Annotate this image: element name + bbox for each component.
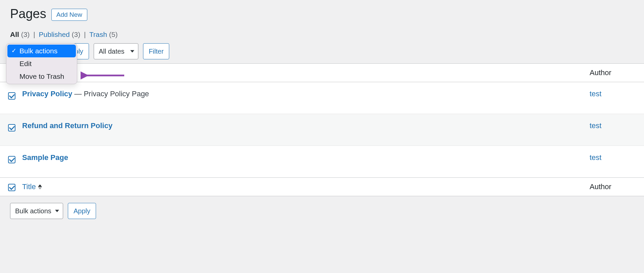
table-row: Sample Page test [0,146,644,178]
bulk-option-bulk-actions[interactable]: Bulk actions [7,45,76,57]
row-title-cell: Refund and Return Policy [16,114,584,146]
author-link[interactable]: test [590,121,601,130]
status-filter-tabs: All (3) | Published (3) | Trash (5) [10,31,634,39]
row-title-cell: Sample Page [16,146,584,178]
column-title-header[interactable]: Title [16,64,584,82]
page-title-link[interactable]: Sample Page [22,153,68,162]
column-author-footer[interactable]: Author [584,178,644,196]
author-link[interactable]: test [590,90,601,98]
select-all-bottom-checkbox[interactable] [8,184,15,191]
filter-button[interactable]: Filter [143,43,169,59]
page-title-link[interactable]: Privacy Policy [22,90,72,98]
row-title-cell: Privacy Policy — Privacy Policy Page [16,82,584,114]
pages-table: Title Author Privacy Policy — Privacy Po… [0,63,644,196]
column-title-footer[interactable]: Title [16,178,584,196]
post-state: — Privacy Policy Page [72,90,149,98]
add-new-button[interactable]: Add New [51,9,87,21]
page-title: Pages [10,7,46,21]
filter-published[interactable]: Published (3) [39,31,83,38]
bulk-option-edit[interactable]: Edit [7,57,76,70]
filter-all[interactable]: All (3) [10,31,32,38]
filter-trash[interactable]: Trash (5) [89,31,118,38]
date-filter-select[interactable]: All dates [94,43,138,59]
apply-bottom-button[interactable]: Apply [68,203,96,219]
table-row: Privacy Policy — Privacy Policy Page tes… [0,82,644,114]
sort-icon [38,184,42,189]
author-link[interactable]: test [590,153,601,162]
column-author-header[interactable]: Author [584,64,644,82]
table-row: Refund and Return Policy test [0,114,644,146]
bulk-option-move-to-trash[interactable]: Move to Trash [7,70,76,83]
page-title-link[interactable]: Refund and Return Policy [22,121,112,130]
row-checkbox[interactable] [8,156,15,163]
bulk-actions-dropdown[interactable]: Bulk actions Edit Move to Trash [6,43,77,84]
row-checkbox[interactable] [8,92,15,100]
row-checkbox[interactable] [8,124,15,131]
bulk-actions-bottom-select[interactable]: Bulk actions [10,203,63,219]
